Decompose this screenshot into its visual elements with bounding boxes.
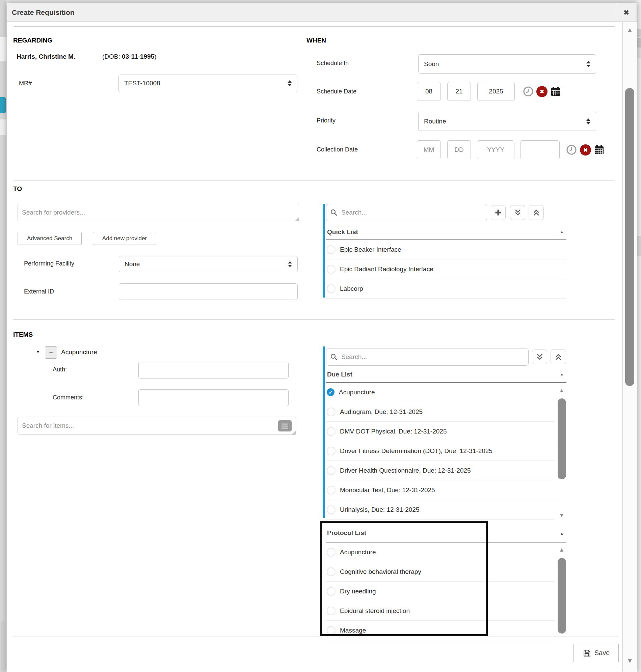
auth-field[interactable] bbox=[138, 362, 289, 378]
list-item[interactable]: Driver Health Questionnaire, Due: 12-31-… bbox=[326, 461, 555, 480]
radio-icon[interactable] bbox=[327, 427, 336, 436]
collection-date-calendar-icon[interactable] bbox=[594, 144, 604, 155]
radio-icon[interactable] bbox=[327, 466, 336, 475]
quick-list-search-input[interactable] bbox=[341, 209, 483, 216]
patient-name-text: Harris, Christine M. bbox=[16, 53, 75, 60]
background-accent-button bbox=[0, 97, 6, 113]
quick-list-collapse-all-button[interactable] bbox=[529, 205, 544, 220]
radio-icon[interactable] bbox=[327, 486, 336, 494]
list-icon bbox=[281, 423, 289, 429]
due-list-expand-all-button[interactable] bbox=[532, 350, 547, 364]
radio-icon[interactable] bbox=[327, 284, 336, 293]
resize-handle-icon[interactable] bbox=[292, 431, 296, 434]
performing-facility-select[interactable]: None bbox=[119, 256, 298, 272]
schedule-date-label: Schedule Date bbox=[317, 88, 356, 95]
schedule-date-year-field[interactable] bbox=[477, 82, 515, 101]
protocol-list-scroll-up-icon[interactable]: ▲ bbox=[557, 547, 566, 552]
due-list-collapse-icon[interactable]: ▲ bbox=[560, 372, 564, 376]
radio-icon[interactable] bbox=[327, 505, 336, 514]
due-list-collapse-all-button[interactable] bbox=[550, 350, 566, 364]
radio-icon[interactable] bbox=[327, 587, 336, 596]
divider bbox=[13, 636, 618, 637]
schedule-time-icon[interactable] bbox=[523, 86, 534, 97]
dialog-scroll-down-icon[interactable]: ▼ bbox=[626, 658, 634, 664]
add-to-quick-list-button[interactable] bbox=[491, 205, 506, 220]
list-item[interactable]: Epic Radiant Radiology Interface bbox=[326, 260, 567, 279]
provider-search-input[interactable] bbox=[17, 204, 299, 221]
collection-date-clear-icon[interactable]: ✖ bbox=[580, 144, 591, 155]
list-item-label: Epic Radiant Radiology Interface bbox=[340, 266, 433, 273]
comments-field[interactable] bbox=[138, 389, 289, 406]
schedule-in-value: Soon bbox=[424, 60, 439, 68]
item-list-picker-button[interactable] bbox=[278, 420, 292, 432]
list-item[interactable]: Urinalysis, Due: 12-31-2025 bbox=[326, 500, 555, 519]
schedule-in-select[interactable]: Soon bbox=[418, 54, 596, 73]
add-new-provider-button[interactable]: Add new provider bbox=[93, 232, 156, 245]
selected-check-icon[interactable]: ✓ bbox=[327, 388, 335, 396]
performing-facility-label: Performing Facility bbox=[24, 260, 74, 267]
protocol-list-collapse-icon[interactable]: ▲ bbox=[560, 531, 564, 535]
list-item-label: Acupuncture bbox=[339, 389, 375, 396]
close-button[interactable]: ✖ bbox=[616, 3, 637, 22]
list-item[interactable]: Cognitive behavioral therapy bbox=[326, 562, 555, 582]
quick-list-collapse-icon[interactable]: ▲ bbox=[560, 230, 564, 234]
list-item[interactable]: Driver Fitness Determination (DOT), Due:… bbox=[326, 441, 555, 461]
collection-date-year-field[interactable] bbox=[477, 140, 515, 159]
select-arrows-icon bbox=[586, 61, 590, 67]
quick-list-expand-all-button[interactable] bbox=[510, 205, 525, 220]
background-tile bbox=[637, 38, 641, 47]
radio-icon[interactable] bbox=[327, 447, 336, 456]
list-item[interactable]: Dry needling bbox=[326, 582, 555, 601]
list-item[interactable]: Acupuncture bbox=[326, 543, 555, 562]
quick-list-header: Quick List bbox=[327, 228, 358, 236]
select-arrows-icon bbox=[288, 261, 292, 267]
protocol-list-scrollbar-thumb[interactable] bbox=[558, 558, 566, 633]
advanced-search-button[interactable]: Advanced Search bbox=[17, 232, 82, 245]
item-search-input[interactable] bbox=[17, 417, 296, 435]
schedule-date-month-field[interactable] bbox=[417, 82, 441, 101]
performing-facility-value: None bbox=[125, 261, 140, 268]
list-item[interactable]: ✓Acupuncture bbox=[326, 382, 555, 402]
radio-icon[interactable] bbox=[327, 407, 336, 416]
resize-handle-icon[interactable] bbox=[295, 217, 299, 221]
quick-list: Epic Beaker InterfaceEpic Radiant Radiol… bbox=[326, 240, 567, 298]
save-button[interactable]: Save bbox=[573, 644, 619, 662]
due-list-scroll-up-icon[interactable]: ▲ bbox=[557, 388, 566, 393]
list-item[interactable]: DMV DOT Physical, Due: 12-31-2025 bbox=[326, 422, 555, 441]
background-right-strip bbox=[637, 0, 641, 672]
radio-icon[interactable] bbox=[327, 568, 336, 576]
collection-date-month-field[interactable] bbox=[417, 140, 441, 159]
radio-icon[interactable] bbox=[327, 626, 336, 635]
list-item[interactable]: Audiogram, Due: 12-31-2025 bbox=[326, 402, 555, 422]
due-list-scroll-down-icon[interactable]: ▼ bbox=[557, 513, 566, 518]
schedule-date-clear-icon[interactable]: ✖ bbox=[536, 86, 547, 97]
due-list: ✓AcupunctureAudiogram, Due: 12-31-2025DM… bbox=[326, 382, 555, 519]
schedule-date-day-field[interactable] bbox=[447, 82, 471, 101]
search-icon bbox=[330, 353, 337, 360]
collection-time-field[interactable] bbox=[520, 140, 560, 159]
radio-icon[interactable] bbox=[327, 265, 336, 274]
dialog-scroll-up-icon[interactable]: ▲ bbox=[626, 27, 634, 33]
radio-icon[interactable] bbox=[327, 606, 336, 615]
collection-time-icon[interactable] bbox=[566, 144, 577, 155]
due-list-search-input[interactable] bbox=[341, 353, 524, 361]
list-item[interactable]: Epic Beaker Interface bbox=[326, 240, 567, 260]
mr-select-value: TEST-10008 bbox=[124, 80, 160, 87]
schedule-date-calendar-icon[interactable] bbox=[550, 86, 561, 97]
chevron-double-down-icon bbox=[536, 353, 544, 361]
list-item-label: Dry needling bbox=[340, 588, 376, 595]
list-item[interactable]: Monocular Test, Due: 12-31-2025 bbox=[326, 480, 555, 500]
list-item[interactable]: Epidural steroid injection bbox=[326, 601, 555, 621]
external-id-field[interactable] bbox=[119, 283, 298, 300]
radio-icon[interactable] bbox=[327, 245, 336, 254]
dialog-scrollbar-thumb[interactable] bbox=[625, 88, 634, 386]
divider bbox=[13, 320, 615, 320]
collection-date-day-field[interactable] bbox=[447, 140, 471, 159]
radio-icon[interactable] bbox=[327, 548, 336, 557]
mr-select[interactable]: TEST-10008 bbox=[119, 74, 297, 92]
remove-item-button[interactable]: − bbox=[45, 347, 57, 359]
list-item[interactable]: Labcorp bbox=[326, 279, 567, 298]
priority-select[interactable]: Routine bbox=[418, 112, 596, 131]
list-item[interactable]: Massage bbox=[326, 621, 555, 640]
due-list-scrollbar-thumb[interactable] bbox=[558, 398, 566, 479]
